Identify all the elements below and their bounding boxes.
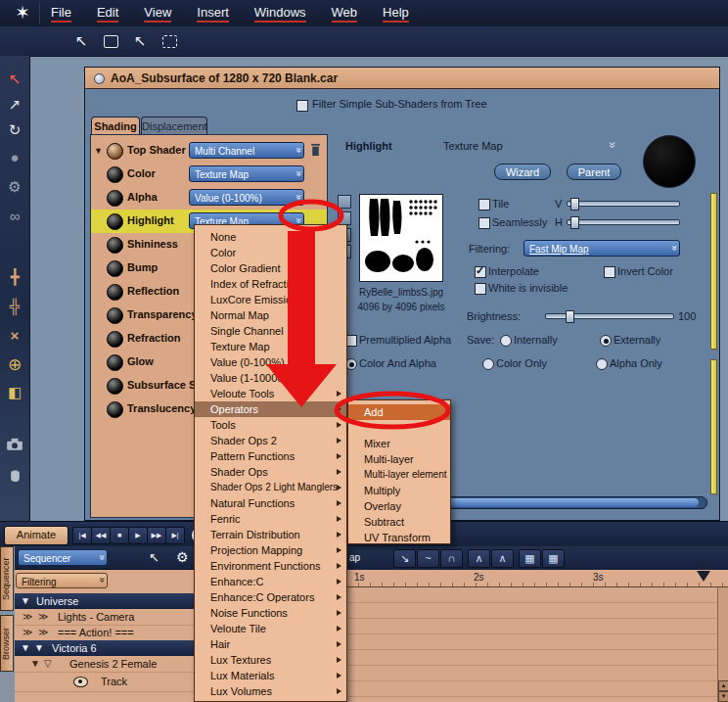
submenu-item[interactable]: Mixer (348, 436, 450, 451)
menu-item[interactable]: Fenric (195, 511, 346, 527)
tween-linear-icon[interactable]: ↘ (393, 549, 416, 568)
submenu-item-obscured[interactable] (348, 420, 450, 436)
menu-item[interactable]: Single Channel (195, 323, 346, 339)
step-back-button[interactable]: ◀◀ (91, 527, 111, 544)
submenu-item[interactable]: Multi-layer element (348, 467, 450, 483)
play-button[interactable]: ▶ (128, 527, 148, 544)
menu-item[interactable]: Terrain Distribution (195, 527, 346, 542)
menu-item[interactable]: Value (0-100%) (195, 354, 346, 370)
save-internally-radio[interactable] (500, 335, 512, 347)
menu-edit[interactable]: Edit (97, 5, 118, 23)
v-slider[interactable] (567, 201, 680, 207)
menu-item[interactable]: Shader Ops 2 Light Manglers (195, 480, 346, 495)
h-slider-thumb[interactable] (570, 216, 579, 229)
menu-item[interactable]: Projection Mapping (195, 542, 346, 558)
invert-color-checkbox[interactable] (604, 266, 615, 278)
right-vertical-scrollbar-lower[interactable] (710, 359, 717, 494)
step-forward-button[interactable]: ▶▶ (147, 527, 166, 544)
color-only-radio[interactable] (482, 358, 494, 370)
menu-item[interactable]: Natural Functions (195, 495, 346, 511)
submenu-item[interactable]: Overlay (348, 498, 450, 514)
scale-tool-icon[interactable]: ● (3, 147, 26, 168)
triangle-down-icon[interactable]: ▼ (30, 656, 40, 672)
menu-item[interactable]: Pattern Functions (195, 448, 346, 464)
wizard-button[interactable]: Wizard (494, 164, 551, 180)
parent-button[interactable]: Parent (567, 164, 621, 180)
key-prev-icon[interactable]: ∧ (468, 549, 490, 568)
animate-button[interactable]: Animate (4, 526, 68, 545)
go-start-button[interactable]: |◀ (72, 527, 92, 544)
tab-browser-vertical[interactable]: Browser (0, 615, 14, 672)
right-vertical-scrollbar[interactable] (710, 193, 717, 350)
tab-shading[interactable]: Shading (91, 117, 140, 134)
stop-button[interactable]: ■ (110, 527, 129, 544)
marquee-tool-icon[interactable] (100, 30, 121, 52)
menu-item[interactable]: Tools (195, 417, 346, 433)
shader-type-dropdown[interactable]: Multi Channel (189, 142, 304, 159)
tile-checkbox[interactable] (478, 199, 490, 211)
window-menu-button[interactable] (94, 73, 105, 84)
menu-item[interactable]: Lux Volumes (195, 683, 346, 699)
shader-row-color[interactable]: Color Texture Map (91, 163, 327, 186)
shader-preview-sphere[interactable] (643, 135, 696, 188)
texture-reload-button[interactable] (338, 211, 351, 225)
triangle-down-icon[interactable]: ▼ (34, 640, 44, 656)
texture-open-button[interactable] (338, 195, 351, 209)
filtering-dropdown[interactable]: Fast Mip Map (523, 240, 680, 257)
seamlessly-checkbox[interactable] (478, 217, 490, 229)
timeline-scrollbar[interactable]: ▲ ▼ (717, 587, 728, 702)
expand-chevron-icon[interactable]: ≫ (38, 609, 48, 625)
menu-item[interactable]: Shader Ops (195, 464, 346, 480)
menu-file[interactable]: File (51, 5, 71, 23)
timeline-ruler[interactable]: 1s 2s 3s (347, 570, 728, 587)
brightness-slider[interactable] (545, 313, 674, 319)
grid-snap-icon[interactable]: ▦ (519, 549, 541, 568)
tween-bezier-icon[interactable]: ∩ (440, 549, 463, 568)
h-slider[interactable] (567, 219, 680, 225)
region-tool-icon[interactable] (159, 30, 180, 52)
disclosure-triangle-icon[interactable]: ▼ (94, 146, 103, 156)
tab-sequencer-vertical[interactable]: Sequencer (0, 546, 14, 611)
menu-web[interactable]: Web (332, 5, 358, 23)
menu-item[interactable]: Value (1-10000%) (195, 370, 346, 386)
menu-item[interactable]: Noise Functions (195, 605, 346, 621)
triangle-down-icon[interactable]: ▼ (21, 640, 30, 656)
panel-collapse-chevron-icon[interactable]: » (606, 142, 619, 149)
shader-type-dropdown[interactable]: Value (0-100%) (189, 189, 304, 206)
menu-item[interactable]: Shader Ops 2 (195, 433, 346, 448)
texture-thumbnail[interactable] (359, 194, 443, 282)
filter-subshaders-checkbox[interactable] (296, 100, 308, 112)
eye-visibility-icon[interactable] (73, 677, 88, 687)
menu-item[interactable]: Lux Materials (195, 668, 346, 683)
triangle-open-icon[interactable]: ▽ (44, 656, 52, 672)
triangle-down-icon[interactable]: ▼ (21, 593, 30, 609)
menu-item-operators[interactable]: Operators (195, 401, 346, 417)
submenu-item[interactable]: Multiply (348, 483, 450, 498)
camera-tool-icon[interactable] (3, 436, 26, 457)
menu-item[interactable]: Veloute Tile (195, 621, 346, 636)
trash-icon[interactable] (310, 143, 321, 161)
timeline-tracks[interactable] (347, 587, 717, 702)
wrench-tool-icon[interactable]: ⚙ (3, 176, 26, 198)
frame-range-icon[interactable]: ▦ (542, 549, 565, 568)
white-invisible-checkbox[interactable] (475, 283, 486, 295)
sequencer-mode-dropdown[interactable]: Sequencer (18, 549, 108, 566)
submenu-item[interactable]: UV Transform (348, 530, 450, 545)
translate-gizmo-icon[interactable]: ╋ (3, 266, 26, 288)
menu-item[interactable]: None (195, 229, 346, 245)
menu-item[interactable]: Hair (195, 636, 346, 652)
expand-chevron-icon[interactable]: ≫ (23, 609, 32, 625)
submenu-item[interactable]: Multi-layer (348, 451, 450, 467)
scroll-down-button[interactable]: ▼ (718, 691, 728, 702)
select-tool-icon[interactable]: ↖ (3, 69, 26, 90)
menu-item[interactable]: LuxCore Emission (195, 292, 346, 307)
tab-displacement[interactable]: Displacement (141, 117, 207, 134)
link-tool-icon[interactable]: ∞ (3, 206, 26, 227)
submenu-item[interactable]: Subtract (348, 514, 450, 530)
menu-item[interactable]: Texture Map (195, 339, 346, 354)
v-slider-thumb[interactable] (570, 198, 579, 211)
go-end-button[interactable]: ▶| (165, 527, 185, 544)
menu-item[interactable]: Color (195, 245, 346, 260)
menu-item[interactable]: Normal Map (195, 307, 346, 323)
shader-row-alpha[interactable]: Alpha Value (0-100%) (91, 186, 327, 210)
